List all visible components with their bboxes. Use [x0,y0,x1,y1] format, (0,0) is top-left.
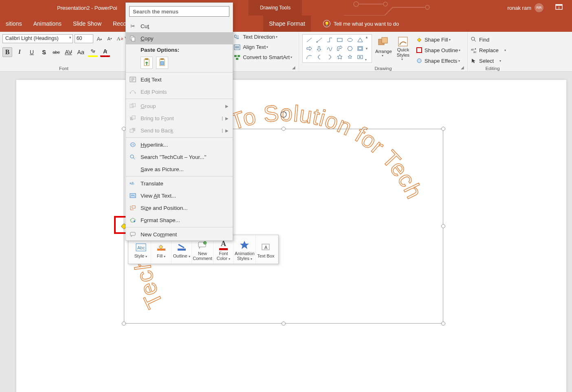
text-direction-button[interactable]: Text Direction▾ [231,33,296,41]
resize-handle-bot-left[interactable] [122,322,126,326]
font-name-combo[interactable]: Calibri Light (Headings)▾ [2,34,73,43]
shape-fill-button[interactable]: Shape Fill▾ [416,35,460,44]
mt-text-box-button[interactable]: A Text Box [256,235,276,264]
menu-search-input[interactable] [129,6,229,17]
resize-handle-bot-right[interactable] [441,322,445,326]
user-name: ronak ram [507,5,531,11]
increase-font-size-button[interactable]: A▴ [95,34,103,43]
decrease-font-size-button[interactable]: A▾ [106,34,114,43]
bucket-icon [416,37,422,42]
size-icon [129,204,136,211]
shape-connector-icon[interactable] [315,36,323,44]
user-account[interactable]: ronak ram RR [507,3,543,12]
find-button[interactable]: Find [471,35,514,44]
resize-handle-bot-mid[interactable] [282,322,286,326]
mt-animation-button[interactable]: Animation Styles ▾ [234,235,256,264]
font-group-label: Font [0,66,128,71]
cursor-icon [471,58,477,64]
editing-group-label: Editing [468,66,517,71]
select-button[interactable]: Select▾ [471,56,514,65]
resize-handle-right-mid[interactable] [441,224,445,228]
font-color-button[interactable]: A▾ [100,47,110,57]
menu-search-field[interactable] [129,6,229,17]
shape-star-icon[interactable] [336,53,344,61]
menu-format-shape[interactable]: Format Shape... [126,214,233,226]
resize-handle-top-right[interactable] [441,127,445,131]
shape-frame-icon[interactable] [356,45,364,52]
shape-hexagon-icon[interactable] [346,45,354,52]
svg-point-42 [130,143,135,147]
resize-handle-top-mid[interactable] [282,127,286,131]
strikethrough-button[interactable]: abc [51,47,61,57]
clear-formatting-button[interactable]: A⊘ [116,34,124,43]
arrange-button[interactable]: Arrange▾ [374,34,393,61]
paste-picture-button[interactable] [156,57,168,69]
tab-shape-format[interactable]: Shape Format [263,15,311,32]
svg-rect-29 [145,58,148,60]
shape-brace-left-icon[interactable] [315,53,323,61]
shape-right-arrow-icon[interactable] [305,45,313,52]
shape-outline-button[interactable]: Shape Outline▾ [416,46,460,55]
shape-star-extra-icon[interactable] [346,53,354,61]
shape-brace-right-icon[interactable] [326,53,334,61]
svg-text:aあ: aあ [130,181,134,185]
font-name-value: Calibri Light (Headings) [5,35,59,41]
menu-copy[interactable]: Copy [126,32,233,44]
convert-smartart-button[interactable]: Convert to SmartArt▾ [231,53,296,62]
drawing-dialog-launcher[interactable]: ◢ [461,65,466,70]
tab-transitions[interactable]: sitions [0,15,28,32]
shadow-button[interactable]: S [39,47,49,57]
shape-elbow-icon[interactable] [326,36,334,44]
menu-edit-text[interactable]: Edit Text [126,73,233,86]
tab-slide-show[interactable]: Slide Show [67,15,107,32]
shape-rectangle-icon[interactable] [336,36,344,44]
svg-point-34 [130,92,131,94]
slide[interactable]: TechCult – Your Go-To Solution for Tech [16,80,566,392]
paste-keep-source-button[interactable] [141,57,153,69]
menu-save-as-picture[interactable]: Save as Picture... [126,163,233,175]
svg-text:A: A [264,245,268,250]
rotate-handle[interactable] [279,110,288,119]
shape-bentarrow-icon[interactable] [336,45,344,52]
shape-line-icon[interactable] [305,36,313,44]
alt-text-icon [129,192,136,199]
user-avatar: RR [535,3,543,12]
highlight-color-button[interactable]: ✎▾ [88,47,98,57]
slide-canvas-area: TechCult – Your Go-To Solution for Tech [0,72,572,392]
tell-me-search[interactable]: 💡 Tell me what you want to do [323,20,399,27]
menu-cut[interactable]: ✂ Cut [126,20,233,32]
svg-rect-19 [417,48,422,53]
replace-button[interactable]: abacReplace▾ [471,46,514,55]
shape-action-icon[interactable] [356,53,364,61]
italic-button[interactable]: I [15,47,24,57]
menu-alt-text[interactable]: View Alt Text... [126,189,233,202]
paragraph-dialog-launcher[interactable]: ◢ [292,65,297,70]
svg-rect-17 [382,37,387,43]
shape-down-arrow-icon[interactable] [315,45,323,52]
shape-arc-icon[interactable] [305,53,313,61]
menu-hyperlink[interactable]: Hyperlink... [126,139,233,151]
shape-oval-icon[interactable] [346,36,354,44]
shape-effects-button[interactable]: Shape Effects▾ [416,56,460,65]
menu-translate[interactable]: aあ Translate [126,177,233,189]
bold-button[interactable]: B [2,47,12,57]
svg-rect-27 [132,37,135,41]
tab-animations[interactable]: Animations [28,15,67,32]
char-spacing-button[interactable]: AV▾ [64,47,73,57]
effects-icon [416,58,422,64]
menu-search-selection[interactable]: Search "TechCult – Your..." [126,151,233,163]
menu-size-position[interactable]: Size and Position... [126,202,233,214]
ribbon-display-options-icon[interactable] [551,4,567,11]
menu-new-comment[interactable]: New Comment [126,228,233,240]
submenu-arrow-icon: | [222,128,223,133]
change-case-button[interactable]: Aa▾ [76,47,86,57]
shape-scribble-icon[interactable] [326,45,334,52]
font-size-combo[interactable]: 60▾ [75,34,94,43]
quick-styles-button[interactable]: Quick Styles▾ [393,34,413,61]
shape-triangle-icon[interactable] [356,36,364,44]
shapes-gallery[interactable]: ▲▼▾ [302,34,372,63]
paste-options-header: Paste Options: [126,44,233,55]
underline-button[interactable]: U [27,47,37,57]
align-text-button[interactable]: Align Text▾ [231,43,296,51]
gallery-scroll[interactable]: ▲▼▾ [365,35,371,62]
